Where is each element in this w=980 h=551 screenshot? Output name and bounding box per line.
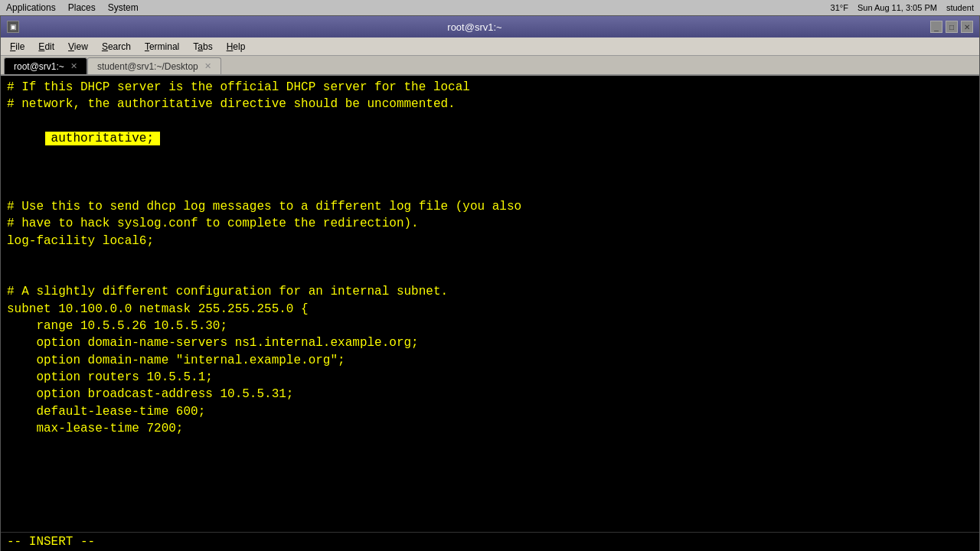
code-line-8: log-facility local6;: [1, 233, 979, 249]
empty-line-1: [1, 165, 979, 181]
code-line-14: option domain-name-servers ns1.internal.…: [1, 334, 979, 351]
menu-view[interactable]: View: [62, 40, 94, 54]
code-line-1: # If this DHCP server is the official DH…: [1, 79, 979, 96]
tab-root[interactable]: root@srv1:~ ✕: [4, 57, 87, 74]
minimize-button[interactable]: _: [930, 21, 942, 33]
title-bar-title: root@srv1:~: [19, 21, 930, 33]
empty-line-3: [1, 249, 979, 266]
os-menu-places[interactable]: Places: [68, 2, 96, 13]
code-line-13: range 10.5.5.26 10.5.5.30;: [1, 318, 979, 334]
os-menu-applications[interactable]: Applications: [6, 2, 56, 13]
maximize-button[interactable]: □: [946, 21, 958, 33]
status-bar: -- INSERT --: [1, 532, 979, 551]
menu-help[interactable]: Help: [220, 40, 252, 54]
highlighted-code: authoritative;: [45, 132, 160, 145]
os-bar-left: Applications Places System: [6, 2, 139, 13]
menu-terminal[interactable]: Terminal: [139, 40, 185, 54]
os-bar: Applications Places System 31°F Sun Aug …: [0, 0, 980, 15]
os-temperature: 31°F: [831, 3, 848, 12]
menu-file[interactable]: File: [4, 40, 31, 54]
code-line-16: option routers 10.5.5.1;: [1, 369, 979, 386]
code-line-3: authoritative;: [1, 113, 979, 165]
menu-edit[interactable]: Edit: [32, 40, 60, 54]
tab-bar: root@srv1:~ ✕ student@srv1:~/Desktop ✕: [1, 56, 979, 76]
tab-student-close[interactable]: ✕: [204, 61, 211, 71]
title-bar: ▣ root@srv1:~ _ □ ✕: [1, 16, 979, 37]
os-datetime: Sun Aug 11, 3:05 PM: [858, 3, 937, 12]
empty-line-4: [1, 266, 979, 283]
os-username: student: [946, 3, 974, 12]
menu-search[interactable]: Search: [96, 40, 137, 54]
os-bar-right: 31°F Sun Aug 11, 3:05 PM student: [831, 3, 974, 12]
code-line-19: max-lease-time 7200;: [1, 420, 979, 437]
code-line-15: option domain-name "internal.example.org…: [1, 352, 979, 369]
close-button[interactable]: ✕: [961, 21, 973, 33]
code-line-7: # have to hack syslog.conf to complete t…: [1, 215, 979, 232]
insert-mode-indicator: -- INSERT --: [7, 533, 95, 550]
tab-student-label: student@srv1:~/Desktop: [97, 61, 198, 72]
terminal-window: ▣ root@srv1:~ _ □ ✕ File Edit View Searc…: [0, 15, 980, 551]
code-line-6: # Use this to send dhcp log messages to …: [1, 198, 979, 215]
code-line-17: option broadcast-address 10.5.5.31;: [1, 386, 979, 403]
code-line-11: # A slightly different configuration for…: [1, 283, 979, 300]
terminal-content: # If this DHCP server is the official DH…: [1, 76, 979, 551]
empty-line-2: [1, 181, 979, 198]
menu-tabs[interactable]: Tabs: [187, 40, 218, 54]
terminal-icon: ▣: [7, 21, 19, 33]
tab-root-label: root@srv1:~: [14, 61, 64, 72]
code-line-2: # network, the authoritative directive s…: [1, 96, 979, 112]
menu-bar: File Edit View Search Terminal Tabs Help: [1, 37, 979, 56]
title-bar-buttons: _ □ ✕: [930, 21, 973, 33]
code-line-18: default-lease-time 600;: [1, 403, 979, 420]
tab-student[interactable]: student@srv1:~/Desktop ✕: [87, 57, 221, 74]
os-menu-system[interactable]: System: [108, 2, 139, 13]
tab-root-close[interactable]: ✕: [70, 61, 77, 71]
code-line-12: subnet 10.100.0.0 netmask 255.255.255.0 …: [1, 301, 979, 318]
